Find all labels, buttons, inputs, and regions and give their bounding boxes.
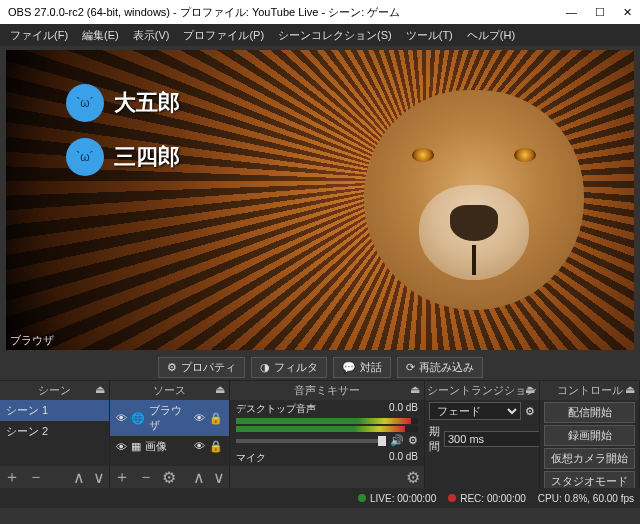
interact-button[interactable]: 💬対話 <box>333 357 391 378</box>
window-controls: — ☐ ✕ <box>566 6 632 19</box>
mixer-body: デスクトップ音声0.0 dB 🔊⚙ マイク0.0 dB 🔊⚙ <box>230 400 424 466</box>
scene-up-button[interactable]: ∧ <box>73 468 85 487</box>
scenes-list: シーン 1 シーン 2 <box>0 400 109 466</box>
source-toolbar: ⚙プロパティ ◑フィルタ 💬対話 ⟳再読み込み <box>0 354 640 380</box>
level-meter <box>236 418 418 424</box>
mixer-channel: マイク0.0 dB 🔊⚙ <box>230 449 424 466</box>
sources-title: ソース <box>153 384 186 396</box>
sources-panel: ソース⏏ 👁 🌐 ブラウザ 👁🔒 👁 ▦ 画像 👁🔒 ＋ － ⚙ ∧ ∨ <box>110 381 230 488</box>
refresh-button[interactable]: ⟳再読み込み <box>397 357 483 378</box>
lock-icon[interactable]: 🔒 <box>209 412 223 425</box>
menubar: ファイル(F) 編集(E) 表示(V) プロファイル(P) シーンコレクション(… <box>0 24 640 46</box>
visible-icon[interactable]: 👁 <box>194 440 205 453</box>
source-icon: 🌐 <box>131 412 145 425</box>
source-item[interactable]: 👁 ▦ 画像 👁🔒 <box>110 436 229 457</box>
channel-name: デスクトップ音声 <box>236 402 316 416</box>
menu-scene-collection[interactable]: シーンコレクション(S) <box>272 26 398 45</box>
statusbar: LIVE: 00:00:00 REC: 00:00:00 CPU: 0.8%, … <box>0 488 640 508</box>
overlay-tag-1[interactable]: `ω´ 大五郎 <box>66 84 180 122</box>
source-name: ブラウザ <box>149 403 190 433</box>
maximize-icon[interactable]: ☐ <box>595 6 605 19</box>
transition-select[interactable]: フェード <box>429 402 521 420</box>
selected-source-label: ブラウザ <box>10 333 54 348</box>
chat-icon: 💬 <box>342 361 356 374</box>
eye-icon[interactable]: 👁 <box>116 441 127 453</box>
overlay-name-2: 三四郎 <box>114 142 180 172</box>
speaker-icon[interactable]: 🔊 <box>390 434 404 447</box>
start-streaming-button[interactable]: 配信開始 <box>544 402 635 423</box>
properties-button[interactable]: ⚙プロパティ <box>158 357 245 378</box>
transitions-title: シーントランジション <box>427 384 537 396</box>
lock-icon[interactable]: 🔒 <box>209 440 223 453</box>
source-item[interactable]: 👁 🌐 ブラウザ 👁🔒 <box>110 400 229 436</box>
scenes-panel: シーン⏏ シーン 1 シーン 2 ＋ － ∧ ∨ <box>0 381 110 488</box>
channel-name: マイク <box>236 451 266 465</box>
level-meter <box>236 426 418 432</box>
volume-slider[interactable] <box>236 439 386 443</box>
start-recording-button[interactable]: 録画開始 <box>544 425 635 446</box>
undock-icon[interactable]: ⏏ <box>625 383 635 396</box>
controls-title: コントロール <box>557 384 623 396</box>
visible-icon[interactable]: 👁 <box>194 412 205 425</box>
window-title: OBS 27.0.0-rc2 (64-bit, windows) - プロファイ… <box>8 5 400 20</box>
source-props-button[interactable]: ⚙ <box>162 468 176 487</box>
live-dot-icon <box>358 494 366 502</box>
channel-db: 0.0 dB <box>389 402 418 416</box>
source-up-button[interactable]: ∧ <box>193 468 205 487</box>
gear-icon[interactable]: ⚙ <box>408 434 418 447</box>
menu-file[interactable]: ファイル(F) <box>4 26 74 45</box>
titlebar: OBS 27.0.0-rc2 (64-bit, windows) - プロファイ… <box>0 0 640 24</box>
add-scene-button[interactable]: ＋ <box>4 467 20 488</box>
cpu-status: CPU: 0.8%, 60.00 fps <box>538 493 634 504</box>
overlay-name-1: 大五郎 <box>114 88 180 118</box>
scenes-title: シーン <box>38 384 71 396</box>
add-source-button[interactable]: ＋ <box>114 467 130 488</box>
mixer-panel: 音声ミキサー⏏ デスクトップ音声0.0 dB 🔊⚙ マイク0.0 dB 🔊⚙ ⚙ <box>230 381 425 488</box>
scene-item[interactable]: シーン 1 <box>0 400 109 421</box>
channel-db: 0.0 dB <box>389 451 418 465</box>
remove-scene-button[interactable]: － <box>28 467 44 488</box>
menu-edit[interactable]: 編集(E) <box>76 26 125 45</box>
scene-item[interactable]: シーン 2 <box>0 421 109 442</box>
eye-icon[interactable]: 👁 <box>116 412 127 424</box>
avatar-icon: `ω´ <box>66 84 104 122</box>
sources-list: 👁 🌐 ブラウザ 👁🔒 👁 ▦ 画像 👁🔒 <box>110 400 229 466</box>
controls-panel: コントロール⏏ 配信開始 録画開始 仮想カメラ開始 スタジオモード 設定 終了 <box>540 381 640 488</box>
close-icon[interactable]: ✕ <box>623 6 632 19</box>
source-down-button[interactable]: ∨ <box>213 468 225 487</box>
undock-icon[interactable]: ⏏ <box>525 383 535 396</box>
menu-profile[interactable]: プロファイル(P) <box>177 26 270 45</box>
live-status: LIVE: 00:00:00 <box>358 493 436 504</box>
menu-tools[interactable]: ツール(T) <box>400 26 459 45</box>
undock-icon[interactable]: ⏏ <box>410 383 420 396</box>
refresh-icon: ⟳ <box>406 361 415 374</box>
overlay-tag-2[interactable]: `ω´ 三四郎 <box>66 138 180 176</box>
gear-icon[interactable]: ⚙ <box>525 405 535 418</box>
undock-icon[interactable]: ⏏ <box>215 383 225 396</box>
docks: シーン⏏ シーン 1 シーン 2 ＋ － ∧ ∨ ソース⏏ 👁 🌐 ブラウザ 👁… <box>0 380 640 488</box>
menu-help[interactable]: ヘルプ(H) <box>461 26 521 45</box>
avatar-icon: `ω´ <box>66 138 104 176</box>
scene-down-button[interactable]: ∨ <box>93 468 105 487</box>
source-icon: ▦ <box>131 440 141 453</box>
menu-view[interactable]: 表示(V) <box>127 26 176 45</box>
mixer-title: 音声ミキサー <box>294 384 360 396</box>
filters-button[interactable]: ◑フィルタ <box>251 357 327 378</box>
gear-icon: ⚙ <box>167 361 177 374</box>
preview-area[interactable]: `ω´ 大五郎 `ω´ 三四郎 ブラウザ <box>6 50 634 350</box>
mixer-channel: デスクトップ音声0.0 dB 🔊⚙ <box>230 400 424 449</box>
studio-mode-button[interactable]: スタジオモード <box>544 471 635 488</box>
mixer-settings-button[interactable]: ⚙ <box>406 468 420 487</box>
rec-status: REC: 00:00:00 <box>448 493 526 504</box>
filter-icon: ◑ <box>260 361 270 374</box>
start-virtualcam-button[interactable]: 仮想カメラ開始 <box>544 448 635 469</box>
minimize-icon[interactable]: — <box>566 6 577 19</box>
rec-dot-icon <box>448 494 456 502</box>
duration-label: 期間 <box>429 424 440 454</box>
source-name: 画像 <box>145 439 167 454</box>
undock-icon[interactable]: ⏏ <box>95 383 105 396</box>
transitions-panel: シーントランジション⏏ フェード⚙ 期間▴▾ <box>425 381 540 488</box>
duration-input[interactable] <box>444 431 539 447</box>
remove-source-button[interactable]: － <box>138 467 154 488</box>
